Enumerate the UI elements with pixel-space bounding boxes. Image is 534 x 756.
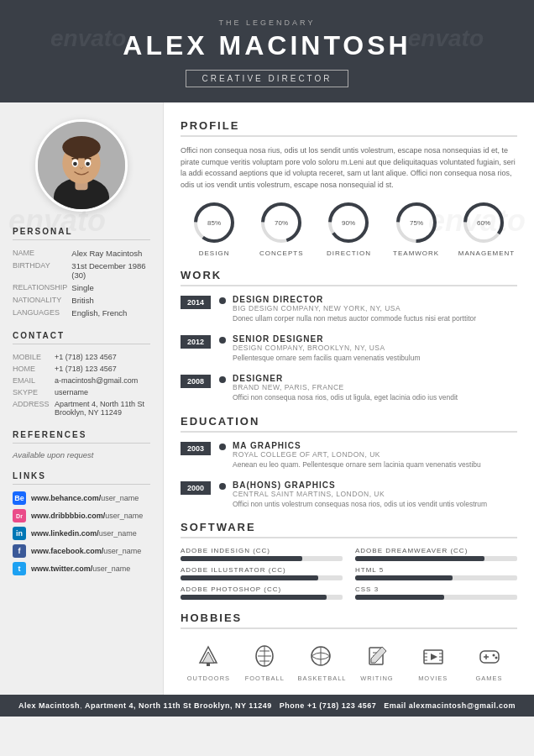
right-column: PROFILE Offici non consequa nosa rius, o… — [164, 102, 534, 695]
value-birthday: 31st December 1986 (30) — [71, 260, 150, 281]
svg-text:85%: 85% — [207, 219, 221, 227]
work-entry: 2012 SENIOR DESIGNER DESIGN COMPANY, BRO… — [181, 334, 517, 364]
software-item: HTML 5 — [355, 566, 517, 580]
skill-label: TEAMWORK — [391, 249, 442, 257]
software-name: ADOBE INDESIGN (CC) — [181, 547, 343, 554]
skill-item: 70% CONCEPTS — [256, 201, 306, 257]
work-dot — [219, 376, 226, 383]
work-dot — [219, 297, 226, 304]
table-row: Languages English, French — [13, 307, 150, 319]
label-nationality: Nationality — [13, 294, 71, 307]
footer-address: Apartment 4, North 11th St Brooklyn, NY … — [85, 701, 272, 710]
hobby-label: GAMES — [466, 675, 512, 682]
education-entry: 2003 MA GRAPHICS ROYAL COLLEGE OF ART, L… — [181, 441, 517, 470]
label-name: Name — [13, 247, 71, 260]
software-bar-fill — [181, 575, 318, 580]
svg-text:90%: 90% — [342, 219, 355, 227]
twitter-icon: t — [13, 562, 26, 575]
education-entry: 2000 BA(HONS) GRAPHICS CENTRAL SAINT MAR… — [181, 480, 517, 510]
label-address: Address — [13, 398, 55, 418]
contact-section-title: CONTACT — [13, 331, 150, 344]
svg-point-51 — [495, 657, 497, 659]
svg-rect-27 — [207, 663, 210, 666]
skill-label: CONCEPTS — [256, 249, 306, 257]
work-title: DESIGN DIRECTOR — [233, 295, 476, 304]
software-section-title: SOFTWARE — [181, 521, 517, 538]
software-item: ADOBE ILLUSTRATOR (CC) — [181, 566, 343, 580]
label-skype: Skype — [13, 386, 55, 398]
football-icon — [242, 644, 288, 671]
avatar — [35, 119, 128, 212]
list-item: in www.linkedin.com/user_name — [13, 527, 150, 540]
work-company: BIG DESIGN COMPANY, NEW YORK, NY, USA — [233, 304, 476, 312]
software-name: ADOBE PHOTOSHOP (CC) — [181, 585, 343, 593]
work-company: DESIGN COMPANY, BROOKLYN, NY, USA — [233, 344, 420, 352]
svg-point-5 — [62, 136, 100, 158]
software-bar-bg — [181, 556, 343, 561]
footer-email-label: Email — [384, 701, 406, 710]
software-bar-fill — [181, 556, 302, 561]
hobby-item: MOVIES — [410, 644, 456, 682]
svg-point-9 — [86, 162, 90, 166]
work-section-title: WORK — [181, 269, 517, 286]
software-name: ADOBE ILLUSTRATOR (CC) — [181, 566, 343, 574]
edu-dot — [219, 444, 226, 450]
software-bar-fill — [355, 556, 484, 561]
table-row: Address Apartment 4, North 11th St Brook… — [13, 398, 150, 418]
footer-phone: +1 (718) 123 4567 — [307, 701, 376, 710]
hobby-label: FOOTBALL — [242, 675, 288, 682]
hobby-label: OUTDOORS — [186, 675, 232, 682]
label-languages: Languages — [13, 307, 71, 319]
software-name: HTML 5 — [355, 566, 517, 574]
personal-section-title: PERSONAL — [13, 227, 150, 240]
value-nationality: British — [71, 294, 150, 307]
contact-table: Mobile +1 (718) 123 4567 Home +1 (718) 1… — [13, 351, 150, 418]
work-content: DESIGNER BRAND NEW, PARIS, FRANCE Offici… — [233, 374, 458, 403]
references-text: Available upon request — [13, 450, 150, 459]
edu-content: BA(HONS) GRAPHICS CENTRAL SAINT MARTINS,… — [233, 480, 487, 510]
value-name: Alex Ray Macintosh — [71, 247, 150, 260]
hobby-item: OUTDOORS — [186, 644, 232, 682]
list-item: t www.twitter.com/user_name — [13, 562, 150, 575]
software-bar-fill — [355, 595, 444, 600]
dribbble-link: www.dribbbbio.com/user_name — [31, 512, 143, 520]
software-item: CSS 3 — [355, 585, 517, 600]
header-title: CREATIVE DIRECTOR — [186, 70, 348, 87]
edu-content: MA GRAPHICS ROYAL COLLEGE OF ART, LONDON… — [233, 441, 481, 470]
skill-label: DIRECTION — [323, 249, 374, 257]
svg-text:70%: 70% — [275, 219, 288, 227]
work-entries: 2014 DESIGN DIRECTOR BIG DESIGN COMPANY,… — [181, 295, 517, 403]
edu-company: CENTRAL SAINT MARTINS, LONDON, UK — [233, 490, 487, 498]
software-item: ADOBE DREAMWEAVER (CC) — [355, 547, 517, 561]
label-home: Home — [13, 363, 55, 375]
work-desc: Donec ullam corper nulla non metus aucto… — [233, 314, 476, 324]
work-desc: Offici non consequa nosa rios, odis ut l… — [233, 393, 458, 403]
hobby-item: BASKETBALL — [298, 644, 344, 682]
footer-email: alexmacintosh@gmail.com — [409, 701, 516, 710]
edu-desc: Aenean eu leo quam. Pellentesque ornare … — [233, 460, 481, 470]
software-item: ADOBE INDESIGN (CC) — [181, 547, 343, 561]
hobbies-row: OUTDOORS FOOTBALL BASKETBALL WRITING MOV… — [181, 638, 517, 682]
software-bar-bg — [355, 595, 517, 600]
label-birthday: Birthday — [13, 260, 71, 281]
svg-marker-40 — [431, 654, 437, 660]
edu-dot — [219, 483, 226, 490]
hobby-item: GAMES — [466, 644, 512, 682]
skills-row: 85% DESIGN 70% CONCEPTS 90% DIRECTION 75… — [181, 201, 517, 257]
table-row: Name Alex Ray Macintosh — [13, 247, 150, 260]
value-skype: username — [55, 386, 150, 398]
software-item: ADOBE PHOTOSHOP (CC) — [181, 585, 343, 600]
software-bar-bg — [181, 575, 343, 580]
hobby-item: WRITING — [353, 644, 400, 682]
table-row: Nationality British — [13, 294, 150, 307]
software-bar-fill — [355, 575, 453, 580]
personal-table: Name Alex Ray Macintosh Birthday 31st De… — [13, 247, 150, 319]
work-desc: Pellentesque ornare sem facilis quam ven… — [233, 354, 420, 364]
svg-point-50 — [492, 654, 495, 657]
skill-circle: 90% — [327, 201, 370, 244]
value-email: a-macintosh@gmail.com — [55, 375, 150, 386]
table-row: Skype username — [13, 386, 150, 398]
skill-label: DESIGN — [189, 249, 239, 257]
list-item: Be www.behance.com/user_name — [13, 491, 150, 505]
education-entries: 2003 MA GRAPHICS ROYAL COLLEGE OF ART, L… — [181, 441, 517, 510]
